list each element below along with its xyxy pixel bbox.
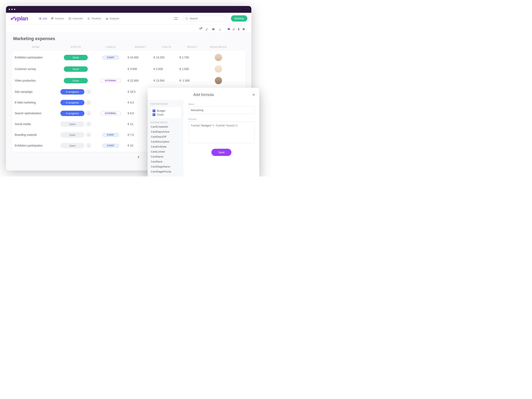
status-cell[interactable]: Done xyxy=(58,78,94,83)
checkbox-budget[interactable]: Budget xyxy=(152,109,179,113)
avatar[interactable] xyxy=(215,77,222,84)
name-field-label: Name xyxy=(188,103,254,105)
system-field-item[interactable]: CardDaysDiff xyxy=(151,135,182,138)
tab-calendar-label: Calender xyxy=(72,17,83,20)
label-cell: EVENT xyxy=(94,133,128,137)
budget-cell: € 15.000 xyxy=(128,56,154,59)
close-icon[interactable]: ✕ xyxy=(252,93,255,97)
row-name: Exhibition participation xyxy=(14,144,58,147)
save-button[interactable]: Save xyxy=(211,149,231,156)
svg-point-20 xyxy=(234,28,234,29)
label-badge-event: EVENT xyxy=(102,144,119,148)
resources-cell xyxy=(205,65,231,73)
label-cell: EVENT xyxy=(94,56,128,59)
costs-cell: € 13.250 xyxy=(154,56,179,59)
table-row[interactable]: Video production Done EXTERNAL € 12.000 … xyxy=(14,75,245,86)
arrow-right-icon[interactable]: → xyxy=(86,132,91,137)
row-name: Search optimalisation xyxy=(14,112,58,115)
status-cell[interactable]: In progress → xyxy=(58,100,94,105)
col-name: NAME xyxy=(14,46,58,49)
tab-list[interactable]: List xyxy=(39,17,47,20)
system-field-item[interactable]: CardStagePriority xyxy=(151,170,182,173)
users-icon[interactable] xyxy=(232,28,235,31)
resources-cell xyxy=(205,77,231,84)
svg-rect-6 xyxy=(51,17,52,19)
search-icon xyxy=(185,17,188,20)
window-dot[interactable] xyxy=(11,9,13,10)
checkbox-costs[interactable]: Costs xyxy=(152,113,179,116)
row-name: Video production xyxy=(14,79,58,82)
fullscreen-icon[interactable] xyxy=(174,17,177,20)
result-cell: € 1.750 xyxy=(179,56,205,59)
map-icon[interactable] xyxy=(212,28,215,31)
logo: ✔vplan xyxy=(10,15,28,22)
label-cell: EXTERNAL xyxy=(94,79,128,82)
col-labels: LABELS xyxy=(94,46,128,49)
arrow-right-icon[interactable]: → xyxy=(86,100,91,105)
system-field-item[interactable]: CardStageName xyxy=(151,165,182,168)
table-row[interactable]: Customer survey Done € 3.500 € 2.500 € 1… xyxy=(14,63,245,75)
window-titlebar xyxy=(6,6,251,13)
calendar-icon xyxy=(68,17,71,20)
backlog-button[interactable]: Backlog xyxy=(231,15,247,22)
avatar[interactable] xyxy=(215,65,222,73)
status-cell[interactable]: Done xyxy=(58,66,94,72)
budget-cell: € 12.000 xyxy=(128,79,154,82)
avatar[interactable] xyxy=(215,54,222,61)
svg-rect-11 xyxy=(88,18,89,18)
download-icon[interactable] xyxy=(218,28,222,31)
tab-timeline-label: Timeline xyxy=(91,17,101,20)
puzzle-icon[interactable] xyxy=(227,28,230,31)
svg-rect-1 xyxy=(40,18,41,18)
system-field-item[interactable]: CardName xyxy=(151,155,182,158)
table-row[interactable]: Exhibition participation Done EVENT € 15… xyxy=(14,52,245,63)
checkbox-label: Costs xyxy=(157,113,164,116)
status-pill: Done xyxy=(64,66,88,72)
system-field-item[interactable]: CardDescription xyxy=(151,140,182,143)
formula-input[interactable] xyxy=(188,121,254,143)
system-field-item[interactable]: CardEndDate xyxy=(151,145,182,148)
row-name: E-Mail marketing xyxy=(14,101,58,104)
window-dot[interactable] xyxy=(14,9,15,10)
tab-kanban[interactable]: Kanban xyxy=(51,17,64,20)
arrow-right-icon[interactable]: → xyxy=(86,143,91,148)
board-title: Marketing expenses xyxy=(13,36,245,41)
status-cell[interactable]: Open → xyxy=(58,132,94,137)
database-icon[interactable] xyxy=(237,28,240,31)
svg-rect-15 xyxy=(107,18,107,19)
window-dot[interactable] xyxy=(9,9,10,10)
arrow-right-icon[interactable]: → xyxy=(86,89,91,94)
formula-name-input[interactable] xyxy=(188,106,254,114)
label-badge-event: EVENT xyxy=(102,56,119,59)
search-input[interactable] xyxy=(190,17,223,20)
costs-cell: € 13.500 xyxy=(154,79,179,82)
status-cell[interactable]: Open → xyxy=(58,121,94,127)
search-box[interactable] xyxy=(182,16,226,21)
tab-analysis[interactable]: Analysis xyxy=(106,17,119,20)
system-field-item[interactable]: CardDaysActive xyxy=(151,130,182,133)
svg-rect-16 xyxy=(107,18,108,19)
tools-icon[interactable] xyxy=(205,28,208,31)
svg-rect-23 xyxy=(243,28,245,29)
view-tabs: List Kanban Calender Timeline Analysis xyxy=(39,17,119,20)
arrow-right-icon[interactable]: → xyxy=(86,111,91,116)
tab-calendar[interactable]: Calender xyxy=(68,17,83,20)
column-headers: NAME STATUS LABELS BUDGET COSTS RESULT R… xyxy=(12,46,245,51)
status-cell[interactable]: Done xyxy=(58,55,94,60)
system-field-item[interactable]: CardCreatedAt xyxy=(151,125,182,128)
system-field-item[interactable]: CardLocked xyxy=(151,150,182,153)
tab-timeline[interactable]: Timeline xyxy=(87,17,101,20)
col-result: RESULT xyxy=(179,46,205,49)
system-field-item[interactable]: CardRank xyxy=(151,160,182,163)
archive-icon[interactable] xyxy=(242,28,245,31)
svg-rect-0 xyxy=(39,18,39,18)
col-status: STATUS xyxy=(58,46,94,49)
label-cell: EVENT xyxy=(94,144,128,148)
filter-icon[interactable] xyxy=(199,27,202,31)
status-cell[interactable]: In progress → xyxy=(58,111,94,116)
arrow-right-icon[interactable]: → xyxy=(86,121,91,127)
kanban-icon xyxy=(51,17,54,20)
status-cell[interactable]: Open → xyxy=(58,143,94,148)
status-cell[interactable]: In progress → xyxy=(58,89,94,94)
checkbox-label: Budget xyxy=(157,109,165,112)
